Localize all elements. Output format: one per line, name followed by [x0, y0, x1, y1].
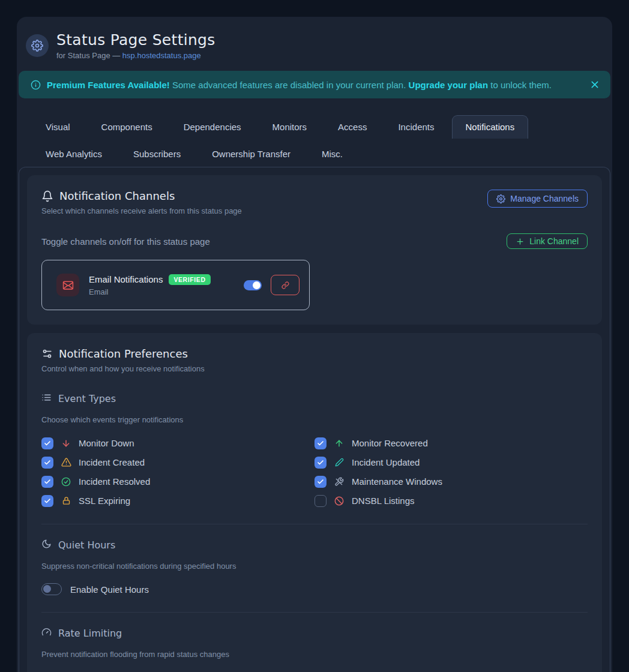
tab-components[interactable]: Components [88, 115, 166, 139]
channels-subtitle: Select which channels receive alerts fro… [41, 206, 242, 215]
check-icon [317, 440, 324, 447]
ban-icon [334, 496, 345, 506]
event-ssl-expiring[interactable]: SSL Expiring [41, 494, 314, 507]
close-icon[interactable] [590, 80, 600, 89]
rate-limiting-subtitle: Prevent notification flooding from rapid… [41, 650, 588, 659]
rate-limiting-title: Rate Limiting [58, 628, 122, 639]
rate-limiting-heading: Rate Limiting [41, 627, 588, 640]
event-label: Monitor Down [79, 438, 134, 448]
divider [41, 524, 588, 524]
toggle-channels-hint: Toggle channels on/off for this status p… [41, 236, 210, 247]
pencil-icon [334, 458, 345, 467]
event-types-subtitle: Choose which events trigger notification… [41, 415, 588, 424]
gear-icon [26, 34, 49, 57]
tab-subscribers[interactable]: Subscribers [119, 142, 194, 166]
checkbox-checked[interactable] [314, 437, 327, 449]
event-types-grid: Monitor Down Monitor Recovered Incident … [41, 437, 588, 507]
event-types-heading: Event Types [41, 392, 588, 405]
check-icon [44, 459, 51, 466]
tab-dependencies[interactable]: Dependencies [170, 115, 255, 139]
event-incident-created[interactable]: Incident Created [41, 456, 314, 469]
tab-visual[interactable]: Visual [32, 115, 84, 139]
checkbox-checked[interactable] [41, 437, 53, 449]
banner-title: Premium Features Available! [47, 80, 170, 90]
channel-type: Email [89, 287, 211, 296]
event-dnsbl-listings[interactable]: DNSBL Listings [314, 494, 588, 507]
gauge-icon [41, 627, 52, 640]
event-label: SSL Expiring [79, 496, 130, 506]
tab-misc[interactable]: Misc. [308, 142, 357, 166]
banner-text: Premium Features Available! Some advance… [47, 80, 552, 90]
checkbox-unchecked[interactable] [314, 495, 327, 507]
preferences-title: Notification Preferences [59, 347, 188, 360]
tab-web-analytics[interactable]: Web Analytics [32, 142, 116, 166]
tab-monitors[interactable]: Monitors [259, 115, 321, 139]
checkbox-checked[interactable] [314, 476, 327, 488]
status-page-link[interactable]: hsp.hostedstatus.page [122, 51, 201, 60]
quiet-hours-heading: Quiet Hours [41, 539, 588, 551]
upgrade-plan-link[interactable]: Upgrade your plan [409, 80, 489, 90]
quiet-hours-toggle-label: Enable Quiet Hours [70, 584, 149, 595]
tab-access[interactable]: Access [324, 115, 381, 139]
tab-ownership-transfer[interactable]: Ownership Transfer [198, 142, 304, 166]
channels-heading-block: Notification Channels Select which chann… [41, 190, 242, 215]
event-label: Incident Resolved [79, 476, 150, 487]
event-monitor-down[interactable]: Monitor Down [41, 437, 314, 449]
channels-title: Notification Channels [59, 190, 175, 202]
event-types-title: Event Types [58, 393, 116, 404]
manage-channels-label: Manage Channels [510, 194, 579, 203]
check-circle-icon [61, 477, 71, 487]
page-subtitle: for Status Page — hsp.hostedstatus.page [56, 51, 215, 60]
settings-panel: Status Page Settings for Status Page — h… [17, 17, 612, 672]
event-monitor-recovered[interactable]: Monitor Recovered [314, 437, 588, 449]
checkbox-checked[interactable] [41, 476, 53, 488]
moon-icon [41, 539, 52, 551]
bell-icon [41, 190, 53, 202]
checkbox-checked[interactable] [314, 457, 327, 469]
settings-tabs: Visual Components Dependencies Monitors … [19, 114, 610, 166]
email-channel-toggle[interactable] [244, 280, 262, 290]
event-label: DNSBL Listings [352, 496, 415, 506]
page-title-block: Status Page Settings for Status Page — h… [56, 31, 215, 60]
notification-preferences-card: Notification Preferences Control when an… [27, 333, 602, 672]
event-label: Monitor Recovered [352, 438, 428, 448]
quiet-hours-subtitle: Suppress non-critical notifications duri… [41, 562, 588, 571]
event-label: Incident Created [79, 457, 145, 467]
checkbox-checked[interactable] [41, 457, 53, 469]
arrow-up-icon [334, 439, 345, 448]
link-channel-label: Link Channel [529, 236, 579, 246]
quiet-hours-title: Quiet Hours [58, 539, 115, 551]
info-icon [31, 80, 41, 90]
event-label: Maintenance Windows [352, 476, 442, 487]
verified-badge: VERIFIED [169, 274, 210, 285]
event-incident-updated[interactable]: Incident Updated [314, 456, 588, 469]
tab-incidents[interactable]: Incidents [384, 115, 448, 139]
channels-heading: Notification Channels [41, 190, 242, 202]
manage-channels-button[interactable]: Manage Channels [487, 190, 588, 208]
link-channel-button[interactable]: Link Channel [507, 233, 588, 249]
envelope-icon [56, 274, 79, 296]
notifications-tab-content: Notification Channels Select which chann… [19, 167, 610, 672]
divider [41, 612, 588, 613]
check-icon [317, 478, 324, 485]
alert-triangle-icon [61, 457, 71, 467]
email-channel-card: Email Notifications VERIFIED Email [41, 260, 310, 310]
banner-body: Some advanced features are disabled in y… [170, 80, 409, 90]
checkbox-checked[interactable] [41, 495, 53, 507]
arrow-down-icon [61, 439, 71, 448]
event-maintenance-windows[interactable]: Maintenance Windows [314, 475, 588, 488]
notification-channels-card: Notification Channels Select which chann… [27, 175, 602, 325]
event-label: Incident Updated [352, 457, 420, 467]
tab-notifications[interactable]: Notifications [452, 115, 529, 139]
unlink-channel-button[interactable] [271, 275, 299, 295]
quiet-hours-toggle[interactable] [41, 583, 62, 595]
subtitle-text: for Status Page — [56, 51, 122, 60]
event-incident-resolved[interactable]: Incident Resolved [41, 475, 314, 488]
link-icon [281, 281, 289, 289]
lock-icon [61, 496, 71, 505]
channel-info: Email Notifications VERIFIED Email [89, 274, 211, 296]
page-title: Status Page Settings [56, 31, 215, 49]
preferences-subtitle: Control when and how you receive notific… [41, 364, 588, 373]
channel-name: Email Notifications [89, 274, 163, 284]
banner-body-end: to unlock them. [488, 80, 552, 90]
